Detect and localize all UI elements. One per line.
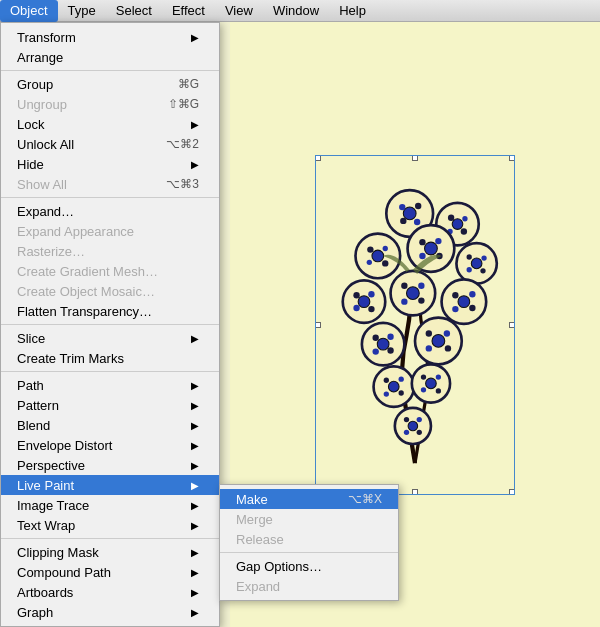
- menu-expand[interactable]: Expand…: [1, 201, 219, 221]
- clipping-arrow: ▶: [191, 547, 199, 558]
- compound-arrow: ▶: [191, 567, 199, 578]
- menubar-help[interactable]: Help: [329, 0, 376, 22]
- envelope-arrow: ▶: [191, 440, 199, 451]
- menubar-type[interactable]: Type: [58, 0, 106, 22]
- menu-image-trace[interactable]: Image Trace ▶: [1, 495, 219, 515]
- menu-clipping-mask[interactable]: Clipping Mask ▶: [1, 542, 219, 562]
- menu-artboards[interactable]: Artboards ▶: [1, 582, 219, 602]
- menu-object-mosaic[interactable]: Create Object Mosaic…: [1, 281, 219, 301]
- menubar-window[interactable]: Window: [263, 0, 329, 22]
- menu-text-wrap[interactable]: Text Wrap ▶: [1, 515, 219, 535]
- menu-compound-path[interactable]: Compound Path ▶: [1, 562, 219, 582]
- menu-flatten-transparency[interactable]: Flatten Transparency…: [1, 301, 219, 321]
- hide-arrow: ▶: [191, 159, 199, 170]
- menu-pattern[interactable]: Pattern ▶: [1, 395, 219, 415]
- separator: [1, 70, 219, 71]
- menubar: Object Type Select Effect View Window He…: [0, 0, 600, 22]
- slice-arrow: ▶: [191, 333, 199, 344]
- menu-hide[interactable]: Hide ▶: [1, 154, 219, 174]
- pattern-arrow: ▶: [191, 400, 199, 411]
- graph-arrow: ▶: [191, 607, 199, 618]
- selection-border: [315, 155, 515, 495]
- image-trace-arrow: ▶: [191, 500, 199, 511]
- live-paint-arrow: ▶: [191, 480, 199, 491]
- menu-gradient-mesh[interactable]: Create Gradient Mesh…: [1, 261, 219, 281]
- menu-expand-appearance[interactable]: Expand Appearance: [1, 221, 219, 241]
- perspective-arrow: ▶: [191, 460, 199, 471]
- menubar-select[interactable]: Select: [106, 0, 162, 22]
- artboards-arrow: ▶: [191, 587, 199, 598]
- menu-blend[interactable]: Blend ▶: [1, 415, 219, 435]
- menu-ungroup[interactable]: Ungroup ⇧⌘G: [1, 94, 219, 114]
- separator: [1, 324, 219, 325]
- separator: [1, 197, 219, 198]
- separator: [220, 552, 398, 553]
- menubar-effect[interactable]: Effect: [162, 0, 215, 22]
- menu-group[interactable]: Group ⌘G: [1, 74, 219, 94]
- menu-show-all[interactable]: Show All ⌥⌘3: [1, 174, 219, 194]
- live-paint-submenu: Make ⌥⌘X Merge Release Gap Options… Expa…: [219, 484, 399, 601]
- text-wrap-arrow: ▶: [191, 520, 199, 531]
- separator: [1, 371, 219, 372]
- object-menu: Transform ▶ Arrange Group ⌘G Ungroup ⇧⌘G…: [0, 22, 220, 627]
- menu-trim-marks[interactable]: Create Trim Marks: [1, 348, 219, 368]
- blend-arrow: ▶: [191, 420, 199, 431]
- menu-live-paint[interactable]: Live Paint ▶: [1, 475, 219, 495]
- menu-slice[interactable]: Slice ▶: [1, 328, 219, 348]
- illustration-frame: [315, 155, 515, 495]
- submenu-arrow: ▶: [191, 32, 199, 43]
- menu-lock[interactable]: Lock ▶: [1, 114, 219, 134]
- path-arrow: ▶: [191, 380, 199, 391]
- menu-transform[interactable]: Transform ▶: [1, 27, 219, 47]
- menu-envelope-distort[interactable]: Envelope Distort ▶: [1, 435, 219, 455]
- lock-arrow: ▶: [191, 119, 199, 130]
- menubar-object[interactable]: Object: [0, 0, 58, 22]
- submenu-release[interactable]: Release: [220, 529, 398, 549]
- menu-perspective[interactable]: Perspective ▶: [1, 455, 219, 475]
- menubar-view[interactable]: View: [215, 0, 263, 22]
- menu-rasterize[interactable]: Rasterize…: [1, 241, 219, 261]
- menu-path[interactable]: Path ▶: [1, 375, 219, 395]
- submenu-gap-options[interactable]: Gap Options…: [220, 556, 398, 576]
- submenu-make[interactable]: Make ⌥⌘X: [220, 489, 398, 509]
- menu-arrange[interactable]: Arrange: [1, 47, 219, 67]
- separator: [1, 538, 219, 539]
- menu-graph[interactable]: Graph ▶: [1, 602, 219, 622]
- submenu-expand[interactable]: Expand: [220, 576, 398, 596]
- submenu-merge[interactable]: Merge: [220, 509, 398, 529]
- menu-unlock-all[interactable]: Unlock All ⌥⌘2: [1, 134, 219, 154]
